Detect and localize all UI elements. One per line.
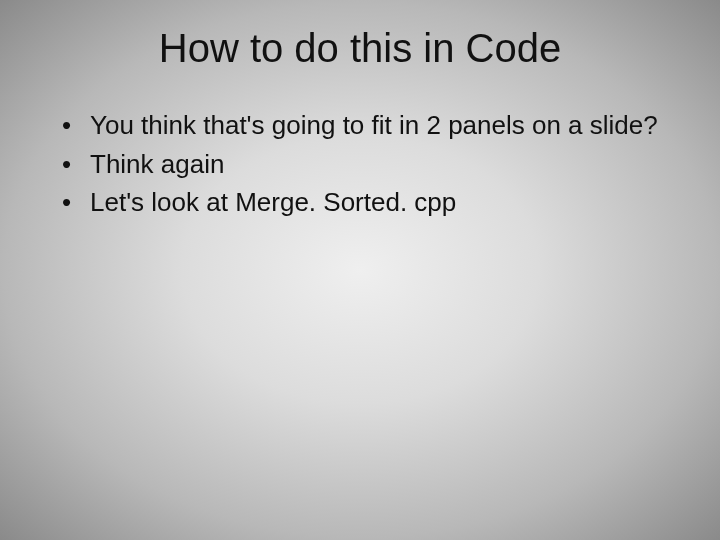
- list-item: You think that's going to fit in 2 panel…: [62, 109, 680, 142]
- bullet-list: You think that's going to fit in 2 panel…: [62, 109, 680, 219]
- slide: How to do this in Code You think that's …: [0, 0, 720, 540]
- slide-title: How to do this in Code: [0, 0, 720, 71]
- list-item: Think again: [62, 148, 680, 181]
- slide-body: You think that's going to fit in 2 panel…: [0, 71, 720, 219]
- list-item: Let's look at Merge. Sorted. cpp: [62, 186, 680, 219]
